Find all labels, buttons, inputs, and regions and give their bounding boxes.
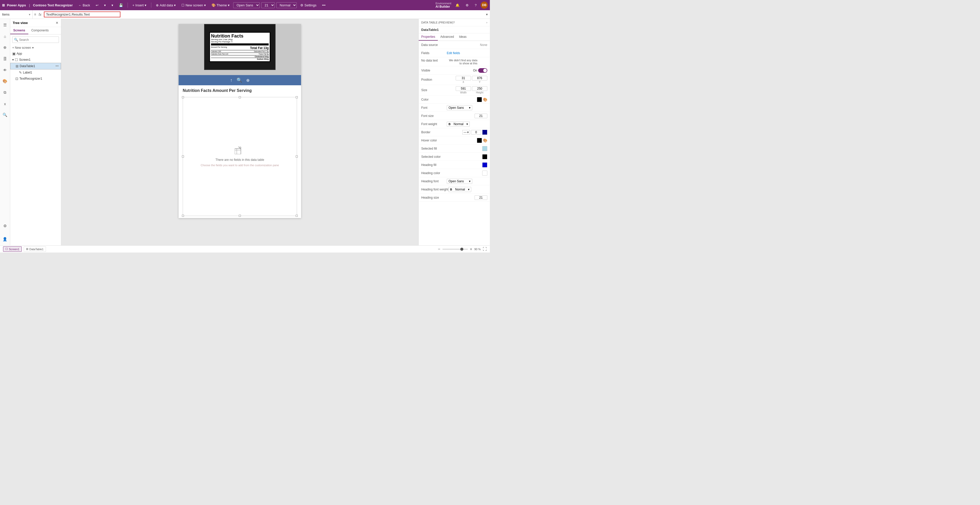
prop-headingcolor-swatch[interactable] <box>482 170 487 176</box>
formula-input[interactable]: TextRecognizer1.Results.Text <box>44 11 121 18</box>
prop-font-dropdown[interactable]: Open Sans ▾ <box>447 105 472 110</box>
zoom-slider-thumb[interactable] <box>460 248 463 251</box>
icon-view[interactable]: 👁 <box>1 66 9 74</box>
undo-dropdown[interactable]: ▾ <box>102 2 108 8</box>
tree-close-button[interactable]: ✕ <box>56 21 59 25</box>
font-size-dropdown[interactable]: 21 <box>261 2 275 8</box>
zoom-plus-button[interactable]: + <box>470 247 472 252</box>
tree-item-app[interactable]: ▣ App <box>10 51 61 57</box>
divider2 <box>151 3 151 8</box>
user-avatar[interactable]: DB <box>481 2 488 9</box>
settings-button[interactable]: ⚙ Settings <box>298 2 318 8</box>
zoom-out-icon[interactable]: 🔍 <box>237 77 242 83</box>
tree-item-textrecognizer1[interactable]: ⊡ TextRecognizer1 <box>10 76 61 82</box>
zoom-minus-button[interactable]: − <box>438 247 440 252</box>
help-button[interactable]: ? <box>473 2 479 8</box>
prop-border-color[interactable] <box>482 130 487 135</box>
theme-button[interactable]: 🎨 Theme ▾ <box>210 2 232 8</box>
prop-color-picker-icon[interactable]: 🎨 <box>483 97 487 102</box>
back-button[interactable]: ← Back <box>76 2 92 8</box>
prop-fontweight-dropdown[interactable]: B Normal ▾ <box>447 121 470 127</box>
zoom-value: 90 % <box>474 248 481 251</box>
right-panel-help-icon[interactable]: ? <box>453 21 455 24</box>
upload-icon[interactable]: ↑ <box>230 78 232 83</box>
screen-icon: ☐ <box>15 58 18 62</box>
prop-height-input[interactable] <box>472 86 487 91</box>
more-button[interactable]: ••• <box>320 2 328 8</box>
tree-item-label1[interactable]: ✎ Label1 <box>10 69 61 76</box>
right-panel-collapse-icon[interactable]: › <box>486 21 487 24</box>
zoom-slider[interactable] <box>442 249 468 250</box>
handle-bl[interactable] <box>182 215 184 217</box>
props-tab-properties[interactable]: Properties <box>419 33 438 41</box>
props-tab-ideas[interactable]: Ideas <box>457 33 469 41</box>
icon-user-side[interactable]: 👤 <box>1 235 9 243</box>
font-dropdown[interactable]: Open Sans <box>233 2 260 8</box>
handle-tc[interactable] <box>239 96 241 98</box>
prop-headingfontweight-dropdown[interactable]: B Normal ▾ <box>448 187 471 192</box>
prop-selectedcolor-swatch[interactable] <box>482 154 487 159</box>
datatable-more-icon[interactable]: ••• <box>56 64 59 68</box>
prop-selectedfill-value <box>447 146 487 151</box>
bell-button[interactable]: 🔔 <box>453 2 461 8</box>
tree-header: Tree view ✕ <box>10 19 61 27</box>
props-tab-advanced[interactable]: Advanced <box>438 33 457 41</box>
tree-item-datatable1[interactable]: ⊞ DataTable1 ••• <box>10 63 61 69</box>
formula-expand[interactable]: ▾ <box>486 13 488 16</box>
prop-fields-link[interactable]: Edit fields <box>447 51 460 55</box>
right-panel-component-name: DataTable1 <box>419 26 490 33</box>
prop-headingfont-dropdown[interactable]: Open Sans ▾ <box>447 179 472 184</box>
prop-y-input[interactable] <box>472 76 487 80</box>
prop-hovercolor-swatch[interactable] <box>477 138 482 143</box>
status-bar-right: − + 90 % ⛶ <box>438 247 487 252</box>
handle-tr[interactable] <box>296 96 298 98</box>
undo-button[interactable]: ↩ <box>94 2 100 8</box>
prop-selectedfill: Selected fill <box>419 145 490 153</box>
icon-layers[interactable]: ⧉ <box>1 88 9 97</box>
prop-x-input[interactable] <box>456 76 471 80</box>
prop-width-input[interactable] <box>456 86 471 91</box>
icon-insert[interactable]: ⊕ <box>1 43 9 52</box>
headingfont-chevron: ▾ <box>469 180 471 183</box>
new-screen-tree-button[interactable]: + New screen ▾ <box>10 45 61 51</box>
prop-border-style[interactable]: — ▾ <box>462 130 470 135</box>
prop-height-label: Height <box>476 91 484 94</box>
prop-fontsize-label: Font size <box>421 114 447 118</box>
datatable1-tab[interactable]: ⊞ DataTable1 <box>24 246 46 252</box>
tab-screens[interactable]: Screens <box>10 27 28 34</box>
prop-fontsize-input[interactable] <box>474 114 487 118</box>
icon-paint[interactable]: 🎨 <box>1 77 9 85</box>
add-data-button[interactable]: ⊕ Add data ▾ <box>154 2 178 8</box>
icon-vars[interactable]: x <box>1 100 9 108</box>
settings2-button[interactable]: ⚙ <box>464 2 471 8</box>
tree-view-panel: Tree view ✕ Screens Components 🔍 + New s… <box>10 19 61 245</box>
icon-menu[interactable]: ☰ <box>1 21 9 29</box>
prop-selectedfill-swatch[interactable] <box>482 146 487 151</box>
handle-bc[interactable] <box>239 215 241 217</box>
icon-search-side[interactable]: 🔍 <box>1 111 9 119</box>
handle-br[interactable] <box>296 215 298 217</box>
handle-mr[interactable] <box>296 156 298 158</box>
fullscreen-button[interactable]: ⛶ <box>483 247 487 252</box>
icon-home[interactable]: ⌂ <box>1 32 9 40</box>
icon-data[interactable]: 🗄 <box>1 55 9 63</box>
insert-button[interactable]: + Insert ▾ <box>130 2 148 8</box>
tree-item-screen1[interactable]: ▾ ☐ Screen1 <box>10 57 61 63</box>
handle-tl[interactable] <box>182 96 184 98</box>
tab-components[interactable]: Components <box>28 27 52 34</box>
search-input[interactable] <box>19 38 57 41</box>
prop-headingfill-swatch[interactable] <box>482 162 487 167</box>
handle-ml[interactable] <box>182 156 184 158</box>
zoom-in-icon[interactable]: ⊕ <box>246 78 250 83</box>
prop-color-swatch[interactable] <box>477 97 482 102</box>
icon-settings-side[interactable]: ⚙ <box>1 222 9 230</box>
prop-border-width[interactable] <box>471 130 481 135</box>
prop-headingsize-input[interactable] <box>474 195 487 200</box>
prop-visible-toggle[interactable] <box>478 68 487 73</box>
new-screen-button[interactable]: ☐ New screen ▾ <box>179 2 208 8</box>
font-weight-dropdown[interactable]: Normal <box>276 2 297 8</box>
save-button[interactable]: 💾 <box>117 2 125 8</box>
redo-dropdown[interactable]: ▾ <box>110 2 115 8</box>
hover-color-picker[interactable]: 🎨 <box>483 139 487 142</box>
screen1-tab[interactable]: ☐ Screen1 <box>3 246 22 252</box>
